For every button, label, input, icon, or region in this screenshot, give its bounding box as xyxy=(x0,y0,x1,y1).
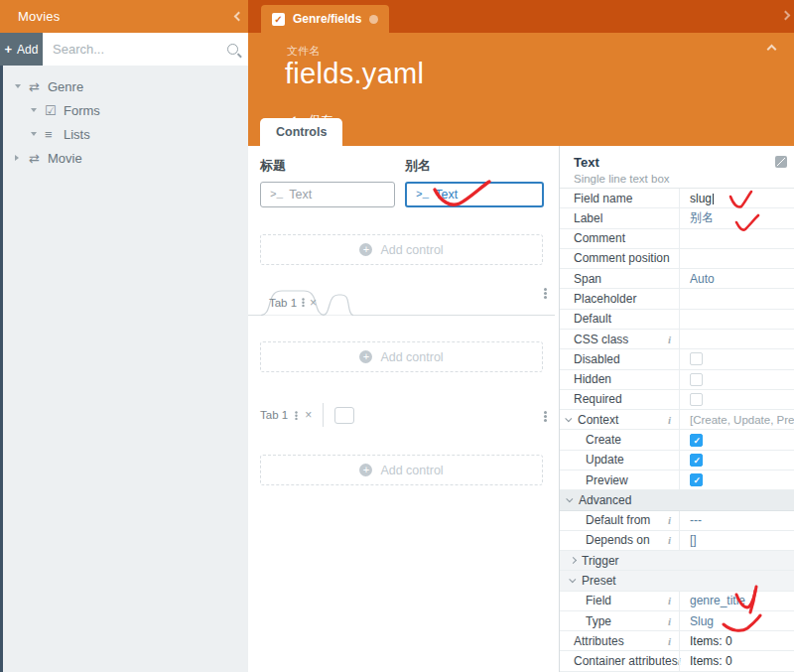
property-value[interactable]: 别名 xyxy=(690,209,714,226)
inspector-row[interactable]: Container attributes Items: 0 xyxy=(560,651,794,671)
inspector-row[interactable]: Comment position xyxy=(560,249,794,269)
new-tab-ghost[interactable] xyxy=(322,294,354,316)
tab-close-icon[interactable]: × xyxy=(310,297,317,309)
new-tab-ghost[interactable] xyxy=(334,407,354,424)
app-window: Movies + Add Genre xyxy=(0,0,794,672)
controls-tab-label: Controls xyxy=(276,125,327,139)
add-control-button[interactable]: Add control xyxy=(260,234,543,265)
info-icon[interactable] xyxy=(668,595,671,606)
tabs-options-icon[interactable] xyxy=(544,411,547,414)
property-value[interactable]: [Create, Update, Preview] xyxy=(690,414,794,426)
info-icon[interactable] xyxy=(668,414,671,426)
tree-caret-icon[interactable] xyxy=(15,84,29,88)
inspector-row[interactable]: CSS class xyxy=(560,330,794,349)
inspector-row[interactable]: Field genre_title xyxy=(560,592,794,611)
tree-item[interactable]: Lists xyxy=(3,122,248,146)
property-value[interactable]: --- xyxy=(690,513,702,527)
tree-caret-icon[interactable] xyxy=(31,108,45,112)
inspector-row[interactable]: Advanced xyxy=(560,490,794,510)
inspector-row[interactable]: Field name slug xyxy=(560,189,794,208)
inspector-row[interactable]: Trigger xyxy=(560,551,794,571)
property-value[interactable]: slug xyxy=(690,192,714,205)
property-value[interactable]: [] xyxy=(690,533,697,547)
inspector-row[interactable]: Default xyxy=(560,310,794,330)
tree-caret-icon[interactable] xyxy=(31,132,45,136)
file-tree: Genre Forms Lists Movie xyxy=(3,74,248,170)
property-label: Span xyxy=(574,272,601,286)
checkbox[interactable] xyxy=(690,454,703,467)
inspector-title: Text xyxy=(574,155,794,170)
inspector-row[interactable]: Update xyxy=(560,451,794,470)
checkbox[interactable] xyxy=(690,473,703,486)
add-control-label: Add control xyxy=(380,464,443,477)
inspector-row[interactable]: Preset xyxy=(560,571,794,591)
inspector-row[interactable]: Comment xyxy=(560,229,794,249)
info-icon[interactable] xyxy=(668,534,671,546)
inspector-row[interactable]: Type Slug xyxy=(560,611,794,631)
info-icon[interactable] xyxy=(668,514,671,526)
tabs-options-icon[interactable] xyxy=(544,288,547,291)
add-control-button[interactable]: Add control xyxy=(260,341,543,372)
section-caret-icon[interactable] xyxy=(565,415,572,422)
property-label: Context xyxy=(578,413,618,427)
inspector-row[interactable]: Label 别名 xyxy=(560,208,794,228)
add-control-button[interactable]: Add control xyxy=(260,455,543,485)
property-value[interactable]: genre_title xyxy=(690,594,745,607)
inspector-row[interactable]: Placeholder xyxy=(560,289,794,309)
info-icon[interactable] xyxy=(668,635,671,647)
tree-item[interactable]: Forms xyxy=(3,98,248,122)
section-caret-icon[interactable] xyxy=(570,557,577,564)
tab-1[interactable]: Tab 1 × xyxy=(260,290,326,316)
property-value[interactable]: Auto xyxy=(690,272,715,286)
text-control-preview-selected[interactable]: >_ Text xyxy=(405,182,544,207)
tree-caret-icon[interactable] xyxy=(15,155,29,161)
inspector-row[interactable]: Context [Create, Update, Preview] xyxy=(560,410,794,430)
inspector-row[interactable]: Attributes Items: 0 xyxy=(560,631,794,651)
document-tab[interactable]: Genre/fields xyxy=(261,5,389,33)
tab-menu-icon[interactable] xyxy=(295,411,297,413)
inspector-row[interactable]: Depends on [] xyxy=(560,531,794,551)
section-caret-icon[interactable] xyxy=(566,496,573,503)
checkbox[interactable] xyxy=(690,393,703,406)
add-button[interactable]: + Add xyxy=(0,33,43,66)
tree-item[interactable]: Genre xyxy=(3,74,248,98)
property-value[interactable]: Slug xyxy=(690,614,714,628)
add-control-label: Add control xyxy=(380,243,443,257)
tree-item[interactable]: Movie xyxy=(3,146,248,170)
control-title[interactable]: 标题 >_ Text xyxy=(260,157,395,207)
control-slug-selected[interactable]: 别名 >_ Text xyxy=(405,157,544,207)
tab-checkbox-icon[interactable] xyxy=(272,13,285,26)
inspector-row[interactable]: Required xyxy=(560,390,794,410)
inspector-row[interactable]: Disabled xyxy=(560,349,794,369)
inspector-row[interactable]: Span Auto xyxy=(560,269,794,289)
detach-panel-icon[interactable] xyxy=(775,156,787,168)
info-icon[interactable] xyxy=(668,334,671,345)
shuffle-icon xyxy=(29,152,48,165)
sidebar-collapse-icon[interactable] xyxy=(234,12,244,22)
text-control-preview[interactable]: >_ Text xyxy=(260,182,395,207)
property-label: Comment position xyxy=(574,251,670,265)
checkbox[interactable] xyxy=(690,373,703,386)
filename-field[interactable]: fields.yaml xyxy=(285,58,424,90)
tab-close-icon[interactable]: × xyxy=(305,409,312,421)
checkbox[interactable] xyxy=(690,352,703,365)
property-value[interactable]: Items: 0 xyxy=(690,654,732,668)
plus-circle-icon xyxy=(359,464,372,476)
inspector-row[interactable]: Preview xyxy=(560,470,794,490)
tab-label[interactable]: Tab 1 xyxy=(260,409,288,421)
inspector-row[interactable]: Create xyxy=(560,430,794,450)
search-input[interactable] xyxy=(53,42,227,57)
property-value[interactable]: Items: 0 xyxy=(690,634,732,648)
inspector-row[interactable]: Hidden xyxy=(560,370,794,390)
header-collapse-icon[interactable] xyxy=(767,45,777,55)
checkbox[interactable] xyxy=(690,434,703,447)
inspector-subtitle: Single line text box xyxy=(574,173,794,185)
info-icon[interactable] xyxy=(668,615,671,627)
tabstrip-scroll-right-icon[interactable] xyxy=(781,11,791,21)
section-caret-icon[interactable] xyxy=(569,577,576,584)
inspector-row[interactable]: Default from --- xyxy=(560,511,794,531)
tab-controls[interactable]: Controls xyxy=(260,118,342,146)
unsaved-dot-icon xyxy=(369,15,378,24)
tab-menu-icon[interactable] xyxy=(302,298,304,300)
search-box xyxy=(43,33,248,66)
